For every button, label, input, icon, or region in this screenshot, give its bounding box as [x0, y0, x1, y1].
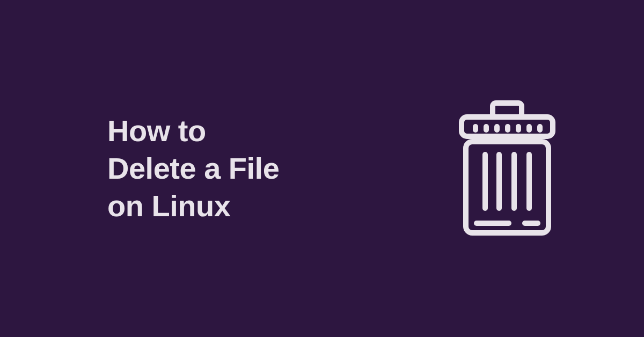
trash-icon: [445, 99, 569, 238]
title-line-2: Delete a File: [107, 151, 279, 185]
title-line-1: How to: [107, 114, 206, 148]
page-title: How to Delete a File on Linux: [107, 112, 279, 225]
svg-rect-9: [466, 142, 548, 233]
title-line-3: on Linux: [107, 189, 230, 223]
